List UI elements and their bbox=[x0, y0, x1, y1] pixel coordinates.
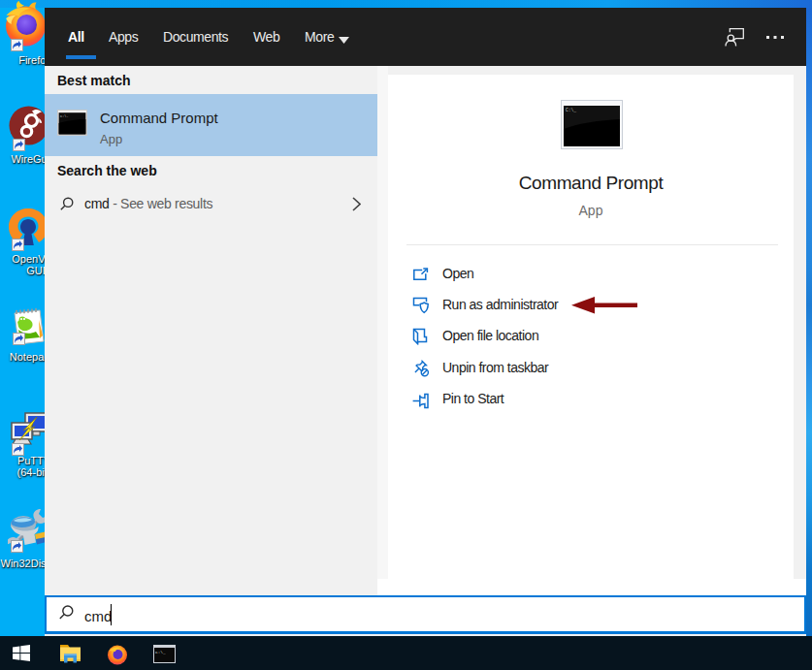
svg-text:C:\_: C:\_ bbox=[566, 108, 576, 112]
svg-text:C:\.: C:\. bbox=[60, 114, 69, 118]
svg-text:C:\_: C:\_ bbox=[155, 650, 166, 654]
